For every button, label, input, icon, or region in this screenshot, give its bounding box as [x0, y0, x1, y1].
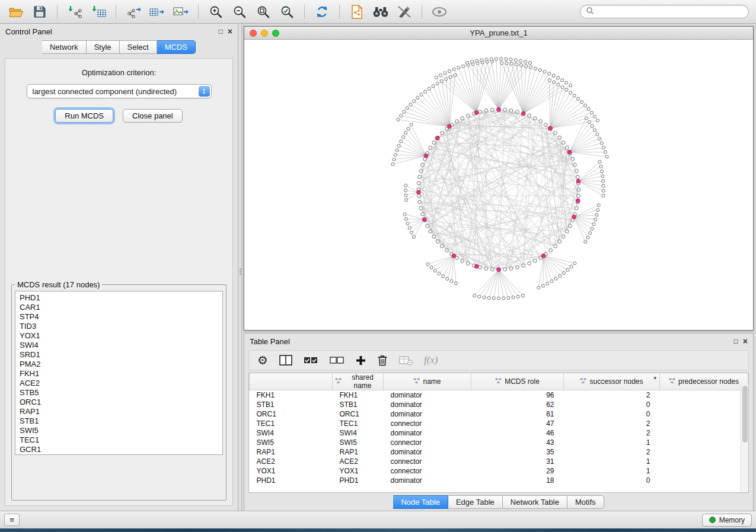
- table-scrollbar[interactable]: [741, 384, 748, 492]
- open-session-icon[interactable]: [7, 3, 25, 21]
- toggle-visibility-icon[interactable]: [430, 3, 448, 21]
- cell-mcds-role: connector: [384, 466, 471, 476]
- node-table-body: FKH1 FKH1 dominator 96 2 STB1: [250, 390, 748, 485]
- zoom-in-icon[interactable]: [207, 3, 225, 21]
- control-panel-tab[interactable]: Select: [120, 40, 157, 54]
- network-canvas[interactable]: [244, 40, 753, 330]
- mcds-result-node[interactable]: STB5: [20, 388, 222, 398]
- search-input[interactable]: [598, 8, 743, 16]
- memory-button[interactable]: Memory: [702, 514, 752, 527]
- cell-mcds-role: dominator: [384, 400, 471, 409]
- toolbar-separator: [422, 5, 422, 19]
- annotation-tool-icon[interactable]: [395, 3, 413, 21]
- mcds-result-node[interactable]: SWI4: [20, 341, 222, 350]
- close-window-icon[interactable]: [250, 30, 257, 37]
- criterion-dropdown[interactable]: largest connected component (undirected)…: [27, 84, 212, 98]
- cell-filler: [660, 428, 748, 438]
- maximize-window-icon[interactable]: [272, 30, 279, 37]
- cell-shared-name: ORC1: [250, 409, 333, 419]
- share-document-icon[interactable]: [348, 3, 366, 21]
- save-session-icon[interactable]: [31, 3, 49, 21]
- deselect-all-icon[interactable]: [330, 352, 344, 368]
- table-tab[interactable]: Edge Table: [448, 495, 503, 509]
- apply-layout-icon[interactable]: [313, 3, 331, 21]
- zoom-fit-icon[interactable]: [254, 3, 272, 21]
- search-network-icon[interactable]: [372, 3, 390, 21]
- export-table-icon[interactable]: [148, 3, 166, 21]
- table-row[interactable]: RAP1 RAP1 dominator 35 2: [250, 447, 748, 457]
- task-menu-icon[interactable]: ≡: [4, 514, 20, 526]
- mcds-result-node[interactable]: STP4: [20, 312, 222, 322]
- cell-successor-nodes: 29: [471, 466, 564, 476]
- sort-arrow-icon[interactable]: ▾: [653, 375, 656, 381]
- column-header-label: successor nodes: [589, 377, 643, 386]
- import-network-icon[interactable]: [66, 3, 84, 21]
- mcds-result-node[interactable]: CAR1: [20, 303, 222, 312]
- table-row[interactable]: PHD1 PHD1 dominator 18 0: [250, 476, 748, 485]
- cell-shared-name: RAP1: [250, 447, 333, 457]
- mcds-result-node[interactable]: SRD1: [20, 350, 222, 360]
- control-panel-header: Control Panel □ ×: [0, 24, 238, 39]
- table-row[interactable]: SWI5 SWI5 connector 43 1: [250, 438, 748, 447]
- cell-predecessor-nodes: 2: [564, 447, 660, 457]
- table-row[interactable]: SWI4 SWI4 dominator 46 2: [250, 428, 748, 438]
- control-panel-tab[interactable]: Network: [42, 40, 87, 54]
- table-row[interactable]: ORC1 ORC1 dominator 61 0: [250, 409, 748, 419]
- column-header[interactable]: predecessor nodes: [660, 373, 748, 390]
- mcds-result-node[interactable]: YOX1: [20, 331, 222, 341]
- column-header-label: name: [423, 377, 441, 386]
- mcds-result-node[interactable]: RAP1: [20, 407, 222, 416]
- table-tab[interactable]: Node Table: [393, 495, 448, 509]
- network-window-titlebar[interactable]: YPA_prune.txt_1: [244, 27, 753, 40]
- close-panel-icon[interactable]: ×: [228, 27, 232, 36]
- mcds-result-node[interactable]: FKH1: [20, 369, 222, 379]
- cell-mcds-role: dominator: [384, 447, 471, 457]
- close-table-panel-icon[interactable]: ×: [743, 337, 748, 345]
- export-network-icon[interactable]: [125, 3, 142, 21]
- show-columns-icon[interactable]: [279, 352, 292, 368]
- run-mcds-button[interactable]: Run MCDS: [55, 109, 113, 123]
- cell-name: ORC1: [333, 409, 384, 419]
- mcds-result-node[interactable]: SWI5: [20, 426, 222, 435]
- minimize-window-icon[interactable]: [261, 30, 268, 37]
- cell-mcds-role: connector: [384, 438, 471, 447]
- select-all-icon[interactable]: [304, 352, 318, 368]
- zoom-selected-icon[interactable]: [278, 3, 296, 21]
- desktop-background: [0, 528, 756, 532]
- float-panel-icon[interactable]: □: [219, 28, 223, 35]
- mcds-result-node[interactable]: GCR1: [20, 445, 222, 454]
- table-row[interactable]: FKH1 FKH1 dominator 96 2: [250, 390, 748, 400]
- close-panel-button[interactable]: Close panel: [123, 109, 183, 123]
- table-settings-icon[interactable]: ⚙: [257, 352, 268, 368]
- table-row[interactable]: STB1 STB1 dominator 62 0: [250, 400, 748, 409]
- column-header[interactable]: MCDS role: [471, 373, 564, 390]
- table-row[interactable]: TEC1 TEC1 connector 47 2: [250, 419, 748, 428]
- table-row[interactable]: ACE2 ACE2 connector 31 1: [250, 457, 748, 466]
- mcds-result-node[interactable]: TID3: [20, 322, 222, 331]
- float-table-panel-icon[interactable]: □: [734, 338, 738, 345]
- cell-filler: [660, 447, 748, 457]
- import-table-icon[interactable]: [90, 3, 107, 21]
- mcds-result-node[interactable]: ACE2: [20, 379, 222, 388]
- column-header[interactable]: shared name: [333, 373, 384, 390]
- column-header[interactable]: name: [384, 373, 471, 390]
- mcds-result-node[interactable]: PHD1: [20, 293, 222, 303]
- table-tab[interactable]: Motifs: [567, 495, 604, 509]
- table-row[interactable]: YOX1 YOX1 connector 29 1: [250, 466, 748, 476]
- toolbar-separator: [304, 5, 305, 19]
- zoom-out-icon[interactable]: [231, 3, 248, 21]
- control-panel-tab[interactable]: Style: [87, 40, 120, 54]
- control-panel-tab[interactable]: MCDS: [157, 40, 196, 54]
- mcds-result-node[interactable]: STB1: [20, 416, 222, 426]
- table-tab[interactable]: Network Table: [503, 495, 567, 509]
- column-header[interactable]: successor nodes▾: [564, 373, 660, 390]
- cell-filler: [660, 438, 748, 447]
- mcds-result-node[interactable]: PMA2: [20, 360, 222, 369]
- delete-rows-icon[interactable]: [377, 352, 388, 368]
- mcds-result-node[interactable]: ORC1: [20, 398, 222, 407]
- mcds-result-node[interactable]: TEC1: [20, 435, 222, 445]
- add-row-icon[interactable]: [356, 352, 366, 368]
- criterion-selected-value: largest connected component (undirected): [33, 87, 177, 96]
- table-scrollbar-thumb[interactable]: [742, 386, 748, 443]
- export-image-icon[interactable]: [172, 3, 190, 21]
